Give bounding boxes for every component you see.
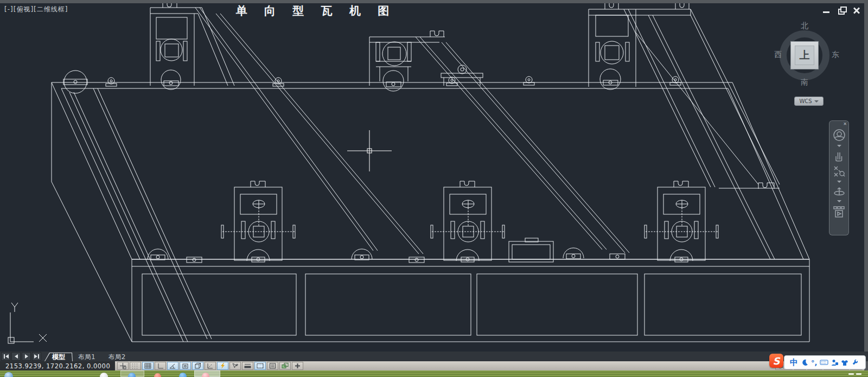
pan-hand-icon[interactable]	[833, 150, 846, 162]
status-bar: 2153.9239, 1720.2162, 0.0000 模型	[0, 361, 864, 370]
left-belt-rails	[63, 71, 212, 342]
ime-skin-icon[interactable]	[841, 359, 848, 366]
tab-nav-next-button[interactable]	[22, 352, 31, 361]
tab-navigation	[1, 352, 41, 361]
middle-tower	[369, 31, 483, 91]
ime-moon-icon[interactable]	[801, 359, 808, 366]
navigation-bar: ✕	[829, 120, 849, 235]
wcs-dropdown[interactable]: WCS	[794, 97, 824, 106]
drawing-title-text: 单 向 型 瓦 机 图	[234, 3, 397, 18]
minimize-button[interactable]	[822, 7, 830, 14]
toggle-ducs[interactable]	[217, 362, 228, 370]
tab-nav-last-button[interactable]	[32, 352, 41, 361]
layout-tab-bar: 模型模型 布局1 布局2	[0, 352, 868, 361]
showmotion-icon[interactable]	[832, 205, 846, 219]
taskbar-tray-glyph	[856, 373, 861, 375]
toggle-lineweight[interactable]	[242, 362, 253, 370]
toggle-osnap[interactable]	[180, 362, 191, 370]
window-controls	[822, 7, 860, 14]
cad-drawing	[0, 0, 868, 358]
ime-keyboard-icon[interactable]	[820, 359, 828, 366]
viewcube-west[interactable]: 西	[774, 50, 782, 60]
viewcube-east[interactable]: 东	[832, 50, 839, 60]
taskbar-app-icon[interactable]	[154, 373, 161, 377]
right-tower	[589, 3, 780, 189]
windows-taskbar	[0, 370, 868, 377]
orbit-icon[interactable]	[833, 186, 846, 197]
ime-profile-icon[interactable]	[831, 359, 838, 366]
zoom-extents-icon[interactable]	[833, 165, 846, 178]
navigation-wheel-icon[interactable]	[832, 128, 846, 142]
ucs-icon	[8, 303, 47, 343]
viewcube-top-face[interactable]: 上	[790, 41, 819, 69]
minimize-icon	[823, 11, 829, 13]
navbar-close-icon[interactable]: ✕	[843, 122, 847, 126]
toggle-grid[interactable]	[142, 362, 154, 370]
shaft-bearings	[106, 76, 681, 86]
taskbar-app-icon[interactable]	[179, 373, 187, 377]
tab-model[interactable]: 模型模型	[44, 353, 73, 361]
toggle-otrack[interactable]	[205, 362, 216, 370]
close-button[interactable]	[853, 7, 860, 14]
toggle-osnap3d[interactable]	[192, 362, 203, 370]
viewcube-top-label: 上	[795, 46, 814, 65]
restore-button[interactable]	[838, 7, 845, 14]
taskbar-start-orb[interactable]	[4, 372, 13, 377]
tab-layout1[interactable]: 布局1	[71, 353, 103, 361]
chevron-down-icon[interactable]	[837, 181, 841, 183]
viewport-controls-label[interactable]: [-][俯视][二维线框]	[4, 5, 68, 14]
taskbar-tray-glyph	[848, 373, 854, 375]
toggle-snap[interactable]	[117, 362, 129, 370]
ime-mode-chinese[interactable]: 中	[790, 357, 798, 368]
ime-toolbox-icon[interactable]	[851, 359, 858, 366]
press-stations	[221, 181, 718, 262]
viewcube-north[interactable]: 北	[801, 21, 808, 31]
window-right-border	[864, 0, 868, 370]
toggle-ortho[interactable]	[155, 362, 166, 370]
chevron-down-icon[interactable]	[837, 145, 841, 147]
tab-nav-first-button[interactable]	[1, 352, 10, 361]
viewcube-south[interactable]: 南	[801, 78, 808, 87]
ime-toolbar: S 中 °,	[784, 355, 866, 369]
toggle-annotation[interactable]	[292, 362, 303, 370]
mid-bottom-box	[509, 238, 553, 262]
toggle-polar[interactable]	[167, 362, 178, 370]
taskbar-app-icon[interactable]	[202, 373, 209, 377]
taskbar-app-icon[interactable]	[128, 373, 136, 377]
toggle-transparency[interactable]	[254, 362, 266, 370]
tab-layout2[interactable]: 布局2	[101, 353, 133, 361]
toggle-quickprops[interactable]	[267, 362, 278, 370]
taskbar-app-icon[interactable]	[100, 373, 108, 377]
autocad-window: [-][俯视][二维线框] 单 向 型 瓦 机 图 北 南 西 东 上 WCS …	[0, 0, 868, 377]
toggle-dyn[interactable]	[229, 362, 241, 370]
machine-bed	[52, 82, 809, 342]
chevron-down-icon[interactable]	[837, 200, 841, 202]
toggle-grid-dots[interactable]	[130, 362, 141, 370]
status-toggles	[117, 362, 304, 370]
coordinate-readout[interactable]: 2153.9239, 1720.2162, 0.0000	[0, 361, 115, 370]
ime-punctuation[interactable]: °,	[811, 359, 817, 367]
ime-logo[interactable]: S	[769, 354, 783, 368]
tab-nav-prev-button[interactable]	[11, 352, 21, 361]
crosshair-cursor[interactable]	[347, 130, 392, 171]
chevron-down-icon	[814, 100, 819, 103]
window-top-border	[0, 0, 868, 3]
toggle-selectioncycling[interactable]	[279, 362, 291, 370]
